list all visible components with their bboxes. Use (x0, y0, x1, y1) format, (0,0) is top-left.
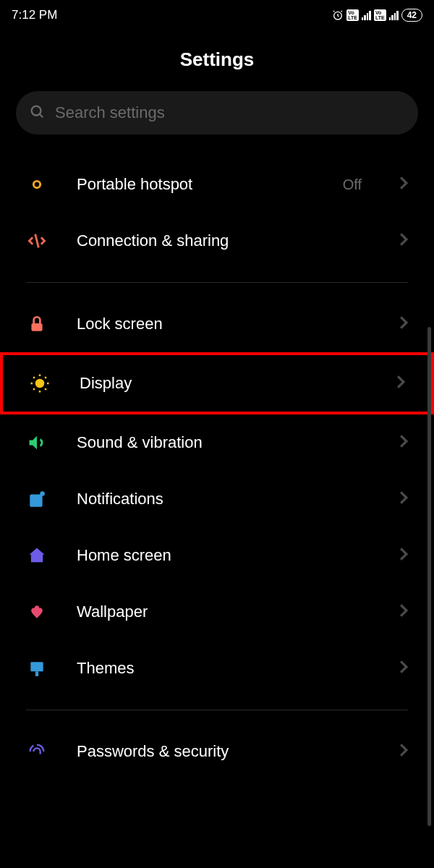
setting-label: Home screen (77, 546, 370, 565)
scrollbar[interactable] (427, 327, 431, 826)
sound-icon (26, 432, 48, 454)
themes-icon (26, 658, 48, 679)
setting-label: Portable hotspot (77, 175, 314, 194)
settings-item-display[interactable]: Display (3, 355, 431, 412)
status-bar: 7:12 PM VoLTE VoLTE 42 (0, 0, 434, 30)
setting-label: Connection & sharing (77, 231, 370, 250)
signal-icon-2 (389, 11, 399, 20)
chevron-right-icon (399, 744, 408, 760)
alarm-icon (332, 9, 344, 21)
chevron-right-icon (399, 233, 408, 249)
chevron-right-icon (399, 660, 408, 676)
chevron-right-icon (399, 604, 408, 620)
svg-point-1 (32, 106, 41, 116)
battery-icon: 42 (401, 9, 422, 22)
signal-icon-1 (362, 11, 371, 20)
search-bar[interactable] (16, 91, 418, 135)
settings-item-notifications[interactable]: Notifications (0, 471, 434, 527)
chevron-right-icon (399, 548, 408, 563)
svg-rect-7 (35, 671, 38, 676)
svg-rect-4 (30, 495, 42, 507)
divider (26, 710, 408, 710)
lock-icon (26, 313, 48, 335)
setting-value: Off (343, 176, 362, 193)
display-icon (29, 373, 51, 394)
settings-item-portable-hotspot[interactable]: Portable hotspot Off (0, 156, 434, 213)
status-icons: VoLTE VoLTE 42 (332, 9, 422, 22)
setting-label: Wallpaper (77, 603, 370, 621)
svg-rect-2 (31, 323, 42, 331)
settings-item-sound-vibration[interactable]: Sound & vibration (0, 414, 434, 471)
settings-item-connection-sharing[interactable]: Connection & sharing (0, 213, 434, 269)
settings-list: Portable hotspot Off Connection & sharin… (0, 156, 434, 780)
fingerprint-icon (26, 741, 48, 762)
search-input[interactable] (55, 103, 405, 122)
svg-point-3 (35, 379, 45, 388)
chevron-right-icon (399, 176, 408, 192)
page-title: Settings (0, 48, 434, 71)
chevron-right-icon (399, 316, 408, 332)
notifications-icon (26, 488, 48, 510)
connection-icon (26, 230, 48, 252)
settings-item-home-screen[interactable]: Home screen (0, 527, 434, 584)
search-icon (29, 103, 45, 122)
divider (26, 282, 408, 283)
chevron-right-icon (399, 491, 408, 507)
status-time: 7:12 PM (12, 8, 57, 22)
setting-label: Lock screen (77, 315, 370, 333)
setting-label: Display (80, 374, 367, 393)
hotspot-icon (26, 174, 48, 195)
setting-label: Sound & vibration (77, 433, 370, 452)
settings-item-lock-screen[interactable]: Lock screen (0, 296, 434, 352)
setting-label: Themes (77, 659, 370, 678)
setting-label: Notifications (77, 490, 370, 509)
settings-item-passwords-security[interactable]: Passwords & security (0, 723, 434, 780)
volte-icon-2: VoLTE (374, 9, 386, 21)
highlight-annotation: Display (0, 352, 434, 414)
settings-item-wallpaper[interactable]: Wallpaper (0, 584, 434, 640)
home-icon (26, 545, 48, 566)
svg-rect-6 (30, 662, 43, 671)
svg-point-5 (40, 491, 45, 496)
setting-label: Passwords & security (77, 742, 370, 761)
chevron-right-icon (399, 435, 408, 451)
wallpaper-icon (26, 601, 48, 623)
settings-item-themes[interactable]: Themes (0, 640, 434, 697)
volte-icon-1: VoLTE (346, 9, 359, 21)
chevron-right-icon (396, 375, 405, 391)
